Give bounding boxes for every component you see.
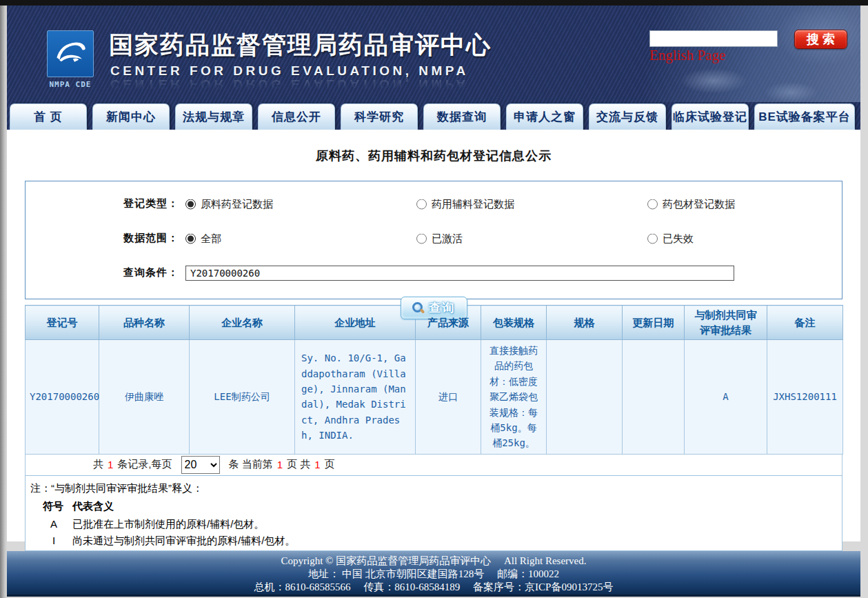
radio-all-label: 全部 <box>201 232 221 245</box>
nav-tab-regulations[interactable]: 法规与规章 <box>175 103 252 130</box>
header-search-input[interactable] <box>649 30 778 47</box>
radio-packaging-data-label: 药包材登记数据 <box>663 197 735 210</box>
cell-spec <box>547 340 623 455</box>
radio-activated-label: 已激活 <box>432 232 463 245</box>
col-header-joint-review: 与制剂共同审评审批结果 <box>685 306 767 340</box>
cell-remark: JXHS1200111 <box>767 340 843 455</box>
radio-option-expired: 已失效 <box>647 232 694 245</box>
cell-address: Sy. No. 10/G-1, Gaddapotharam (Village),… <box>295 340 416 455</box>
nav-tab-be-platform[interactable]: BE试验备案平台 <box>754 103 855 130</box>
note-symbol-a: A <box>43 518 65 530</box>
pagination-text: 页 共 <box>287 458 310 471</box>
site-header: NMPA CDE 国家药品监督管理局药品审评中心 CENTER FOR DRUG… <box>7 6 860 130</box>
results-table: 登记号 品种名称 企业名称 企业地址 产品来源 包装规格 规格 更新日期 与制剂… <box>25 305 843 455</box>
notes-symbol-header: 符号 <box>43 500 63 513</box>
col-header-company: 企业名称 <box>190 306 295 340</box>
radio-activated[interactable] <box>416 233 427 243</box>
query-condition-input[interactable] <box>185 266 734 281</box>
radio-api-data[interactable] <box>185 199 196 209</box>
footer-address: 地址： 中国 北京市朝阳区建国路128号 邮编：100022 <box>7 568 860 581</box>
nav-tab-applicant-window[interactable]: 申请人之窗 <box>506 103 583 130</box>
col-header-remark: 备注 <box>767 306 843 340</box>
radio-api-data-label: 原料药登记数据 <box>201 197 273 210</box>
registration-type-row: 登记类型： 原料药登记数据 药用辅料登记数据 药包材登记数据 <box>26 191 842 217</box>
note-meaning-a: 已批准在上市制剂使用的原料/辅料/包材。 <box>72 518 264 531</box>
notes-panel: 注：“与制剂共同审评审批结果”释义： 符号 代表含义 A 已批准在上市制剂使用的… <box>25 475 842 551</box>
note-meaning-i: 尚未通过与制剂共同审评审批的原料/辅料/包材。 <box>72 535 295 548</box>
col-header-packaging: 包装规格 <box>481 306 547 340</box>
footer-contact: 总机：8610-68585566 传真：8610-68584189 备案序号：京… <box>7 581 860 594</box>
data-range-label: 数据范围： <box>26 232 179 245</box>
site-container: NMPA CDE 国家药品监督管理局药品审评中心 CENTER FOR DRUG… <box>7 6 860 598</box>
radio-excipient-data-label: 药用辅料登记数据 <box>432 197 514 210</box>
nav-tab-data-query[interactable]: 数据查询 <box>423 103 501 130</box>
radio-option-excipient-data: 药用辅料登记数据 <box>416 197 514 210</box>
col-header-address: 企业地址 <box>295 306 416 340</box>
footer-copyright: Copyright © 国家药品监督管理局药品审评中心 All Right Re… <box>7 555 860 568</box>
total-pages-number: 1 <box>314 459 320 470</box>
pagination-text: 共 <box>93 458 103 471</box>
site-title-reflection: CENTER FOR DRUG EVALUATION, NMPA <box>110 77 469 92</box>
radio-option-activated: 已激活 <box>416 232 463 245</box>
cell-product-name: 伊曲康唑 <box>99 340 190 455</box>
pagination-bar: 共1条记录,每页 20 条 当前第1页 共1页 <box>25 455 842 475</box>
cde-logo <box>47 30 94 77</box>
cell-source: 进口 <box>416 340 481 455</box>
query-condition-row: 查询条件： <box>26 260 842 286</box>
cell-reg-no: Y20170000260 <box>26 340 99 455</box>
query-form-panel: 登记类型： 原料药登记数据 药用辅料登记数据 药包材登记数据 <box>25 181 842 299</box>
nav-tab-info-disclosure[interactable]: 信息公开 <box>258 103 335 130</box>
pagination-text: 条 当前第 <box>229 458 273 471</box>
radio-expired[interactable] <box>647 233 658 243</box>
cell-company: LEE制药公司 <box>190 340 295 455</box>
nav-tab-science-research[interactable]: 科学研究 <box>341 103 418 130</box>
pagination-text: 条记录,每页 <box>117 458 172 471</box>
window-top-bar <box>0 0 868 6</box>
radio-all[interactable] <box>185 233 196 243</box>
radio-option-all: 全部 <box>185 232 221 245</box>
data-range-row: 数据范围： 全部 已激活 已失效 <box>26 226 842 251</box>
cell-update-date <box>623 340 685 455</box>
site-footer: Copyright © 国家药品监督管理局药品审评中心 All Right Re… <box>7 551 860 595</box>
radio-option-packaging-data: 药包材登记数据 <box>647 197 735 210</box>
radio-excipient-data[interactable] <box>416 199 427 209</box>
query-button-label: 查询 <box>429 300 455 316</box>
main-navigation: 首 页 新闻中心 法规与规章 信息公开 科学研究 数据查询 申请人之窗 交流与反… <box>7 103 860 130</box>
logo-caption: NMPA CDE <box>41 80 99 89</box>
total-records-count: 1 <box>108 459 113 470</box>
english-page-link[interactable]: English Page <box>649 47 725 64</box>
window-left-frame <box>0 6 7 598</box>
col-header-spec: 规格 <box>547 306 623 340</box>
nav-tab-clinical-trial[interactable]: 临床试验登记 <box>672 103 749 130</box>
col-header-product-name: 品种名称 <box>99 306 190 340</box>
notes-meaning-header: 代表含义 <box>72 500 114 513</box>
cell-packaging: 直接接触药品的药包材：低密度聚乙烯袋包装规格：每桶5kg。每桶25kg。 <box>481 340 547 455</box>
query-condition-label: 查询条件： <box>26 266 179 279</box>
cell-joint-review: A <box>685 340 767 455</box>
registration-type-label: 登记类型： <box>26 197 179 210</box>
col-header-update-date: 更新日期 <box>623 306 685 340</box>
header-search-button[interactable]: 搜索 <box>794 30 847 49</box>
radio-expired-label: 已失效 <box>663 232 694 245</box>
cde-logo-icon <box>51 34 90 73</box>
pagination-text: 页 <box>325 458 335 471</box>
table-row: Y20170000260 伊曲康唑 LEE制药公司 Sy. No. 10/G-1… <box>26 340 843 455</box>
notes-title: 注：“与制剂共同审评审批结果”释义： <box>30 482 203 495</box>
search-icon <box>412 302 424 314</box>
col-header-reg-no: 登记号 <box>26 306 99 340</box>
main-content: 原料药、药用辅料和药包材登记信息公示 登记类型： 原料药登记数据 药用辅料登记数… <box>7 130 860 541</box>
site-title-chinese: 国家药品监督管理局药品审评中心 <box>109 29 492 61</box>
radio-option-api-data: 原料药登记数据 <box>185 197 273 210</box>
nav-tab-news[interactable]: 新闻中心 <box>92 103 170 130</box>
current-page-number: 1 <box>277 459 283 470</box>
nav-tab-home[interactable]: 首 页 <box>10 103 87 130</box>
note-symbol-i: I <box>43 535 65 546</box>
footer-bottom-line <box>7 595 860 597</box>
page-title: 原料药、药用辅料和药包材登记信息公示 <box>7 130 860 164</box>
nav-tab-communication[interactable]: 交流与反馈 <box>589 103 666 130</box>
page-size-select[interactable]: 20 <box>181 456 220 474</box>
radio-packaging-data[interactable] <box>647 199 658 209</box>
